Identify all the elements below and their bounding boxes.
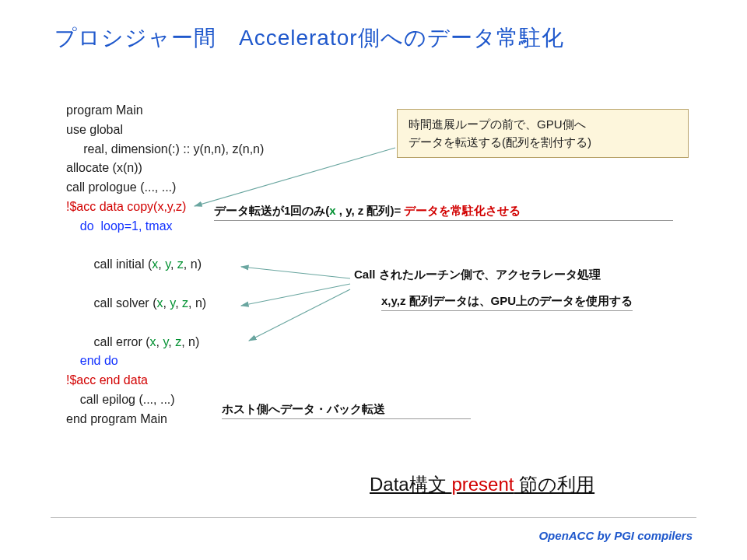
footer-divider bbox=[51, 517, 696, 518]
code-blank bbox=[66, 275, 264, 294]
code-blank bbox=[66, 313, 264, 333]
arrow-anno-to-error bbox=[249, 289, 350, 341]
annotation-gpu-data: x,y,z 配列データは、GPU上のデータを使用する bbox=[381, 294, 633, 311]
code-block: program Main use global real, dimension(… bbox=[66, 101, 264, 429]
code-line-acc-end: !$acc end data bbox=[66, 371, 264, 390]
callout-gpu-transfer: 時間進展ループの前で、GPU側へ データを転送する(配列を割付する) bbox=[397, 109, 689, 158]
annotation-present-clause: Data構文 present 節の利用 bbox=[370, 472, 594, 497]
slide-title: プロシジャー間 Accelerator側へのデータ常駐化 bbox=[54, 23, 564, 53]
code-line: real, dimension(:) :: y(n,n), z(n,n) bbox=[66, 140, 264, 159]
footer-text: OpenACC by PGI compilers bbox=[538, 529, 693, 542]
callout-line: 時間進展ループの前で、GPU側へ bbox=[409, 116, 677, 134]
code-line-call-initial: call initial (x, y, z, n) bbox=[66, 255, 264, 275]
code-blank bbox=[66, 236, 264, 256]
code-line: allocate (x(n)) bbox=[66, 159, 264, 178]
code-line-enddo: end do bbox=[66, 352, 264, 371]
code-line: use global bbox=[66, 121, 264, 140]
annotation-data-copy: データ転送が1回のみ(x , y, z 配列)= データを常駐化させる bbox=[214, 204, 673, 221]
code-line-call-error: call error (x, y, z, n) bbox=[66, 333, 264, 352]
do-keyword: do loop=1, tmax bbox=[80, 219, 173, 233]
code-line: call prologue (..., ...) bbox=[66, 178, 264, 198]
code-line: program Main bbox=[66, 101, 264, 121]
annotation-call-routine: Call されたルーチン側で、アクセラレータ処理 bbox=[354, 268, 601, 282]
annotation-host-back: ホスト側へデータ・バック転送 bbox=[222, 402, 471, 419]
code-line-call-solver: call solver (x, y, z, n) bbox=[66, 294, 264, 313]
callout-line: データを転送する(配列を割付する) bbox=[409, 134, 677, 152]
